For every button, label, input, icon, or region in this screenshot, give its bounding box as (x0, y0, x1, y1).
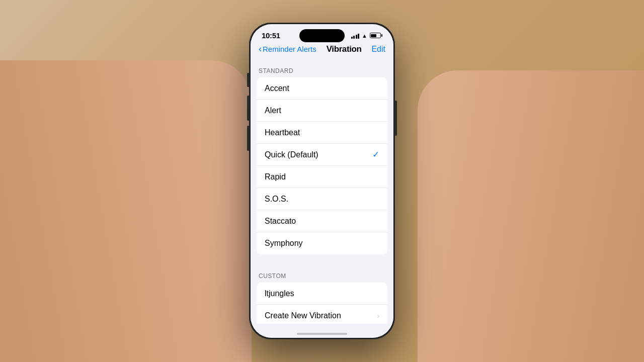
list-item-staccato[interactable]: Staccato (257, 210, 387, 232)
standard-section-header: STANDARD (251, 59, 393, 77)
battery-icon (370, 33, 382, 38)
list-item-label: S.O.S. (265, 195, 288, 204)
phone-frame: 10:51 ▲ ‹ (249, 23, 395, 339)
standard-list-group: Accent Alert Heartbeat Quick (Default) ✓… (257, 77, 387, 254)
wifi-icon: ▲ (362, 33, 367, 39)
volume-up-button[interactable] (247, 96, 249, 121)
list-item-quick[interactable]: Quick (Default) ✓ (257, 144, 387, 166)
list-item-label: Symphony (265, 239, 303, 248)
navigation-bar: ‹ Reminder Alerts Vibration Edit (251, 42, 393, 59)
list-item-label: Accent (265, 84, 289, 93)
list-item-rapid[interactable]: Rapid (257, 166, 387, 188)
mute-button[interactable] (247, 73, 249, 87)
signal-icon (351, 33, 360, 39)
back-button[interactable]: ‹ Reminder Alerts (259, 44, 316, 54)
edit-button[interactable]: Edit (371, 45, 385, 54)
list-item-label: Quick (Default) (265, 150, 318, 159)
list-item-ltjungles[interactable]: ltjungles (257, 283, 387, 305)
list-item-create-new-vibration[interactable]: Create New Vibration › (257, 305, 387, 324)
dynamic-island (299, 29, 345, 42)
home-bar (297, 333, 347, 335)
list-content: STANDARD Accent Alert Heartbeat Quick (D… (251, 59, 393, 324)
chevron-right-icon: › (377, 312, 379, 320)
list-item-symphony[interactable]: Symphony (257, 232, 387, 254)
list-item-label: ltjungles (265, 289, 294, 298)
status-icons: ▲ (351, 33, 382, 39)
hand-right (418, 70, 644, 362)
list-item-label: Alert (265, 106, 281, 115)
back-label[interactable]: Reminder Alerts (263, 45, 316, 53)
list-item-label: Create New Vibration (265, 311, 341, 320)
volume-down-button[interactable] (247, 126, 249, 151)
phone-screen: 10:51 ▲ ‹ (251, 24, 393, 338)
status-time: 10:51 (262, 31, 280, 40)
list-item-sos[interactable]: S.O.S. (257, 188, 387, 210)
list-item-label: Rapid (265, 172, 286, 182)
power-button[interactable] (395, 101, 397, 136)
custom-list-group: ltjungles Create New Vibration › (257, 283, 387, 324)
list-item-alert[interactable]: Alert (257, 100, 387, 122)
list-item-label: Staccato (265, 217, 296, 226)
list-item-accent[interactable]: Accent (257, 77, 387, 100)
list-item-label: Heartbeat (265, 128, 300, 137)
back-arrow-icon: ‹ (259, 44, 262, 54)
checkmark-icon: ✓ (372, 149, 379, 160)
home-indicator (251, 324, 393, 338)
custom-section-header: CUSTOM (251, 264, 393, 283)
page-title: Vibration (327, 44, 362, 54)
list-item-heartbeat[interactable]: Heartbeat (257, 122, 387, 144)
hand-left (0, 60, 252, 362)
